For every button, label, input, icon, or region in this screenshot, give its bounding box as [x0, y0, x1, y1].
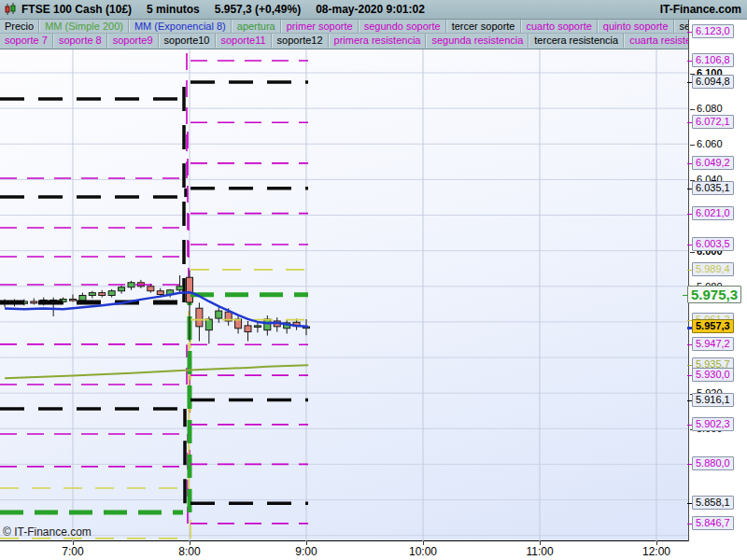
price-axis[interactable]: 6.1006.0806.0606.0406.0005.9805.9205.900…	[688, 20, 747, 541]
legend-item-primer-soporte[interactable]: primer soporte	[281, 20, 359, 34]
candle	[119, 287, 125, 291]
indicator-legend: PrecioMM (Simple 200)MM (Exponencial 8)a…	[0, 20, 688, 49]
level-price-label: 5.989,4	[692, 262, 734, 276]
legend-item-soporte10[interactable]: soporte10	[159, 34, 216, 48]
legend-item-cuarta-resistencia[interactable]: cuarta resistencia	[624, 34, 688, 48]
time-label-900: 9:00	[286, 545, 327, 558]
level-price-label: 6.049,2	[692, 156, 734, 170]
candle	[79, 295, 86, 301]
candlestick-icon	[4, 3, 17, 16]
candle	[128, 283, 134, 287]
legend-item-apertura[interactable]: apertura	[232, 20, 281, 34]
level-price-label: 6.035,1	[692, 181, 734, 195]
level-price-label: 5.947,2	[692, 337, 734, 351]
candle	[216, 311, 222, 318]
legend-row-1: PrecioMM (Simple 200)MM (Exponencial 8)a…	[0, 20, 688, 34]
candle	[245, 326, 251, 332]
open-price-label: 5.975,3	[687, 286, 741, 303]
time-label-700: 7:00	[52, 545, 93, 558]
level-price-label: 5.916,1	[692, 393, 734, 407]
level-price-label: 5.858,1	[692, 496, 734, 510]
last-quote: 5.957,3 (+0,49%)	[215, 3, 301, 16]
candle	[157, 291, 163, 295]
candle	[70, 299, 77, 301]
watermark: © IT-Finance.com	[3, 525, 92, 539]
candle	[205, 319, 212, 330]
legend-item-cuarto-soporte[interactable]: cuarto soporte	[521, 20, 598, 34]
legend-item-mm-simple-200-[interactable]: MM (Simple 200)	[39, 20, 129, 34]
legend-item-precio[interactable]: Precio	[0, 20, 39, 34]
time-label-1200: 12:00	[636, 545, 677, 558]
time-label-1100: 11:00	[519, 545, 560, 558]
legend-item-soporte-8[interactable]: soporte 8	[53, 34, 107, 48]
candle	[148, 287, 154, 291]
legend-item-tercer-soporte[interactable]: tercer soporte	[446, 20, 521, 34]
sma200-line	[5, 365, 308, 378]
level-price-label: 6.094,8	[692, 75, 734, 89]
candle	[187, 277, 193, 302]
legend-item-soporte12[interactable]: soporte12	[272, 34, 329, 48]
level-price-label: 5.880,0	[692, 456, 734, 470]
legend-item-soporte9[interactable]: soporte9	[107, 34, 159, 48]
level-price-label: 5.902,3	[692, 417, 734, 431]
legend-item-quinto-soporte[interactable]: quinto soporte	[598, 20, 674, 34]
candle	[196, 308, 203, 327]
brand-label: IT-Finance.com	[660, 3, 741, 16]
legend-item-mm-exponencial-8-[interactable]: MM (Exponencial 8)	[129, 20, 232, 34]
legend-item-sexto-soporte[interactable]: sexto soporte	[674, 20, 688, 34]
legend-item-segundo-soporte[interactable]: segundo soporte	[359, 20, 446, 34]
chart-window: FTSE 100 Cash (10£) 5 minutos 5.957,3 (+…	[0, 0, 747, 560]
candle	[99, 293, 106, 296]
time-label-800: 8:00	[169, 545, 210, 558]
time-axis[interactable]: 7:008:009:0010:0011:0012:00	[0, 541, 747, 560]
timeframe-label: 5 minutos	[147, 3, 200, 16]
legend-item-primera-resistencia[interactable]: primera resistencia	[329, 34, 427, 48]
symbol-title: FTSE 100 Cash (10£)	[21, 3, 132, 16]
legend-item-tercera-resistencia[interactable]: tercera resistencia	[529, 34, 624, 48]
legend-item-soporte11[interactable]: soporte11	[216, 34, 272, 48]
level-price-label: 6.106,8	[692, 53, 734, 67]
axis-tick-6.080: 6.080	[690, 102, 723, 115]
candle	[264, 319, 271, 330]
candle	[108, 291, 115, 296]
price-chart[interactable]: © IT-Finance.com	[0, 49, 688, 541]
datetime-label: 08-may-2020 9:01:02	[316, 3, 425, 16]
axis-tick-6.060: 6.060	[690, 137, 723, 150]
level-price-label: 6.072,1	[692, 115, 734, 129]
level-price-label: 6.003,5	[692, 237, 734, 251]
candle	[31, 301, 37, 303]
candle	[235, 319, 242, 329]
candle	[254, 326, 261, 328]
legend-item-segunda-resistencia[interactable]: segunda resistencia	[426, 34, 529, 48]
candle	[89, 293, 95, 296]
candle	[176, 287, 183, 290]
time-label-1000: 10:00	[402, 545, 444, 558]
level-price-label: 6.123,0	[692, 24, 734, 38]
legend-item-soporte-7[interactable]: soporte 7	[0, 34, 53, 48]
level-price-label: 6.021,0	[692, 206, 734, 220]
legend-row-2: soporte 7soporte 8soporte9soporte10sopor…	[0, 34, 688, 48]
current-price-label: 5.957,3	[692, 319, 734, 333]
level-price-label: 5.930,0	[692, 368, 734, 382]
level-price-label: 5.846,7	[692, 516, 734, 530]
titlebar: FTSE 100 Cash (10£) 5 minutos 5.957,3 (+…	[0, 0, 747, 20]
chart-canvas[interactable]	[0, 49, 688, 541]
